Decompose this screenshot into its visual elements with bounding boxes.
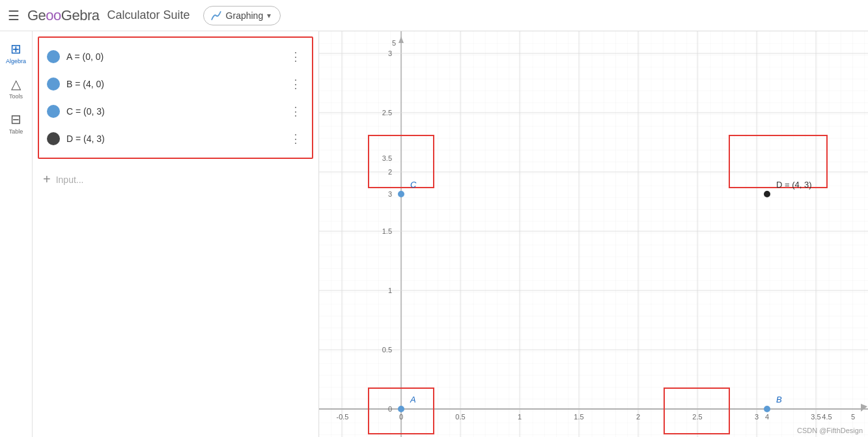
svg-point-44 [398, 406, 404, 412]
svg-text:2.5: 2.5 [382, 109, 392, 117]
calc-suite-label: Calculator Suite [107, 8, 190, 22]
algebra-panel: A = (0, 0) ⋮ B = (4, 0) ⋮ C = (0, 3) ⋮ D… [33, 31, 319, 437]
sidebar-item-algebra[interactable]: ⊞ Algebra [2, 36, 31, 69]
sidebar-item-tools[interactable]: △ Tools [2, 72, 31, 104]
svg-text:3.5: 3.5 [811, 413, 820, 421]
point-a-icon [47, 50, 60, 63]
svg-text:3: 3 [388, 190, 392, 198]
algebra-label: Algebra [6, 58, 26, 64]
svg-text:-0.5: -0.5 [337, 413, 349, 421]
point-d-expr: D = (4, 3) [66, 134, 281, 144]
point-a-expr: A = (0, 0) [66, 51, 281, 62]
svg-text:A: A [410, 395, 416, 404]
svg-text:4.5: 4.5 [822, 413, 832, 421]
svg-text:5: 5 [851, 413, 855, 421]
point-a-more-button[interactable]: ⋮ [287, 49, 304, 64]
svg-text:2: 2 [636, 413, 640, 421]
point-b-more-button[interactable]: ⋮ [287, 77, 304, 91]
table-label: Table [9, 128, 23, 135]
svg-point-46 [398, 191, 404, 197]
svg-text:1: 1 [518, 413, 522, 421]
svg-text:3: 3 [755, 413, 759, 421]
svg-text:0: 0 [388, 405, 392, 413]
svg-point-47 [764, 191, 770, 197]
input-row[interactable]: + Input... [33, 164, 318, 195]
svg-text:D = (4, 3): D = (4, 3) [776, 180, 812, 190]
point-b-row[interactable]: B = (4, 0) ⋮ [39, 70, 312, 98]
tools-label: Tools [9, 93, 23, 100]
dropdown-arrow-icon[interactable]: ▾ [267, 11, 271, 20]
point-a-row[interactable]: A = (0, 0) ⋮ [39, 43, 312, 70]
point-c-icon [47, 105, 60, 118]
geogebra-logo: GeooGebra [27, 7, 100, 24]
menu-icon[interactable]: ☰ [8, 8, 20, 23]
point-c-more-button[interactable]: ⋮ [287, 104, 304, 119]
svg-text:1.5: 1.5 [382, 227, 392, 235]
point-d-row[interactable]: D = (4, 3) ⋮ [39, 125, 312, 152]
svg-point-45 [764, 406, 770, 412]
graphing-button[interactable]: Graphing ▾ [203, 6, 281, 25]
svg-text:0: 0 [399, 413, 403, 421]
algebra-icon: ⊞ [10, 41, 21, 57]
header: ☰ GeooGebra Calculator Suite Graphing ▾ [0, 0, 868, 31]
point-d-more-button[interactable]: ⋮ [287, 132, 304, 146]
point-d-icon [47, 132, 60, 145]
input-placeholder: Input... [56, 175, 84, 185]
svg-text:C: C [410, 180, 417, 190]
svg-text:4: 4 [765, 413, 769, 421]
graphing-label: Graphing [226, 10, 264, 21]
svg-text:1.5: 1.5 [574, 413, 583, 421]
point-b-expr: B = (4, 0) [66, 79, 281, 89]
svg-text:B: B [776, 395, 782, 404]
svg-text:1: 1 [388, 287, 392, 294]
table-icon: ⊟ [10, 111, 21, 127]
point-c-row[interactable]: C = (0, 3) ⋮ [39, 98, 312, 125]
graph-area[interactable]: -0.5 0 0.5 1 1.5 2 2.5 3 3.5 4 0 0.5 1 1… [319, 31, 868, 437]
watermark: CSDN @FifthDesign [797, 427, 863, 434]
add-input-icon: + [43, 172, 51, 187]
svg-text:5: 5 [392, 39, 396, 47]
svg-text:0.5: 0.5 [382, 346, 392, 354]
main-content: ⊞ Algebra △ Tools ⊟ Table A = (0, 0) ⋮ B… [0, 31, 868, 437]
algebra-list: A = (0, 0) ⋮ B = (4, 0) ⋮ C = (0, 3) ⋮ D… [38, 36, 313, 159]
svg-text:2: 2 [388, 168, 392, 176]
sidebar-item-table[interactable]: ⊟ Table [2, 107, 31, 139]
point-b-icon [47, 78, 60, 91]
point-c-expr: C = (0, 3) [66, 106, 281, 117]
svg-text:3: 3 [388, 49, 392, 57]
svg-text:3.5: 3.5 [382, 154, 392, 162]
tools-icon: △ [11, 76, 21, 92]
graphing-icon [210, 10, 222, 21]
svg-text:0.5: 0.5 [455, 413, 465, 421]
sidebar-icons: ⊞ Algebra △ Tools ⊟ Table [0, 31, 33, 437]
graph-svg: -0.5 0 0.5 1 1.5 2 2.5 3 3.5 4 0 0.5 1 1… [319, 31, 868, 437]
svg-text:2.5: 2.5 [692, 413, 702, 421]
